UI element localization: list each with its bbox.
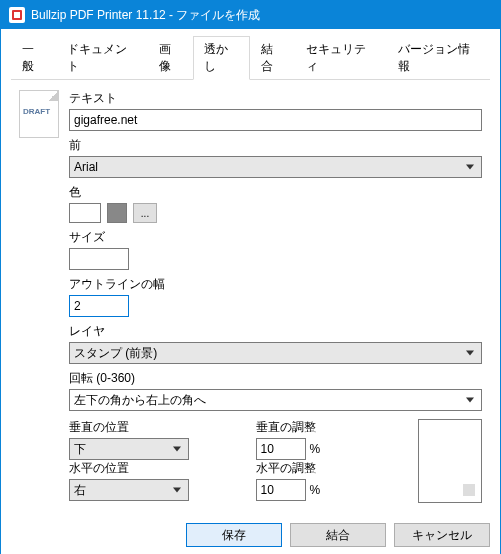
app-window: Bullzip PDF Printer 11.12 - ファイルを作成 一般 ド…	[0, 0, 501, 554]
label-outline: アウトラインの幅	[69, 276, 482, 293]
save-button[interactable]: 保存	[186, 523, 282, 547]
label-size: サイズ	[69, 229, 482, 246]
tab-watermark[interactable]: 透かし	[193, 36, 250, 80]
label-layer: レイヤ	[69, 323, 482, 340]
label-font: 前	[69, 137, 482, 154]
preview-mark	[463, 484, 475, 496]
hadj-percent: %	[310, 483, 321, 497]
dialog-buttons: 保存 結合 キャンセル	[1, 513, 500, 554]
label-vadj: 垂直の調整	[256, 419, 413, 436]
vadj-input[interactable]	[256, 438, 306, 460]
cancel-button[interactable]: キャンセル	[394, 523, 490, 547]
fields: テキスト 前 Arial 色 ... サイズ アウトラインの幅	[69, 90, 482, 503]
form-area: DRAFT テキスト 前 Arial 色 ... サイズ	[11, 80, 490, 503]
window-title: Bullzip PDF Printer 11.12 - ファイルを作成	[31, 7, 260, 24]
hpos-select[interactable]: 右	[69, 479, 189, 501]
label-hpos: 水平の位置	[69, 460, 226, 477]
tab-version[interactable]: バージョン情報	[387, 36, 490, 80]
tab-document[interactable]: ドキュメント	[56, 36, 148, 80]
merge-button[interactable]: 結合	[290, 523, 386, 547]
text-input[interactable]	[69, 109, 482, 131]
vpos-select[interactable]: 下	[69, 438, 189, 460]
tab-image[interactable]: 画像	[148, 36, 193, 80]
tab-merge[interactable]: 結合	[250, 36, 295, 80]
label-hadj: 水平の調整	[256, 460, 413, 477]
titlebar: Bullzip PDF Printer 11.12 - ファイルを作成	[1, 1, 500, 29]
content-area: 一般 ドキュメント 画像 透かし 結合 セキュリティ バージョン情報 DRAFT…	[1, 29, 500, 513]
vadj-percent: %	[310, 442, 321, 456]
label-color: 色	[69, 184, 482, 201]
label-text: テキスト	[69, 90, 482, 107]
hadj-input[interactable]	[256, 479, 306, 501]
tab-security[interactable]: セキュリティ	[295, 36, 387, 80]
svg-rect-1	[14, 12, 20, 18]
layer-select[interactable]: スタンプ (前景)	[69, 342, 482, 364]
font-select[interactable]: Arial	[69, 156, 482, 178]
rotation-select[interactable]: 左下の角から右上の角へ	[69, 389, 482, 411]
position-preview	[418, 419, 482, 503]
tab-strip: 一般 ドキュメント 画像 透かし 結合 セキュリティ バージョン情報	[11, 35, 490, 80]
color-picker-button[interactable]: ...	[133, 203, 157, 223]
draft-label: DRAFT	[23, 107, 50, 116]
size-input[interactable]	[69, 248, 129, 270]
app-icon	[9, 7, 25, 23]
color-swatch[interactable]	[69, 203, 101, 223]
tab-general[interactable]: 一般	[11, 36, 56, 80]
outline-input[interactable]	[69, 295, 129, 317]
outline-color-swatch[interactable]	[107, 203, 127, 223]
label-vpos: 垂直の位置	[69, 419, 226, 436]
label-rotation: 回転 (0-360)	[69, 370, 482, 387]
draft-preview-icon: DRAFT	[19, 90, 59, 138]
